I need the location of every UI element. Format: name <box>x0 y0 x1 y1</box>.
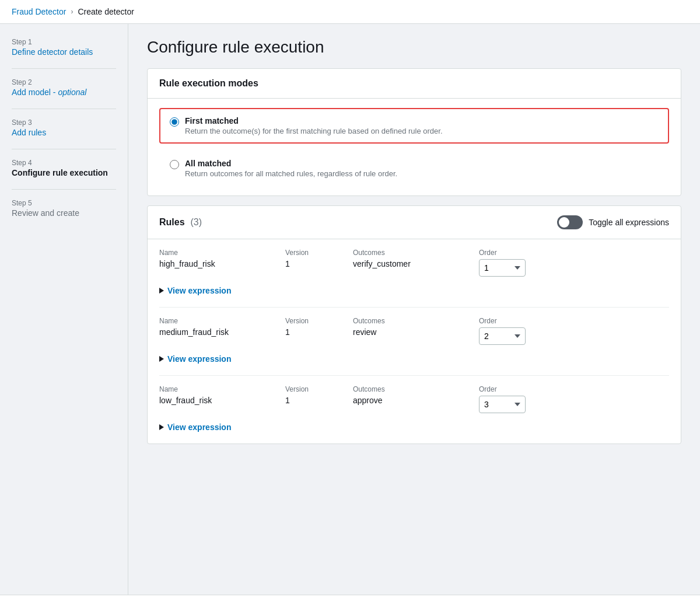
rule-cols-1: Name high_fraud_risk Version 1 Outcomes … <box>159 249 669 277</box>
rule1-outcomes-col: Outcomes verify_customer <box>353 249 470 277</box>
view-expression-label-3: View expression <box>167 423 231 432</box>
rule1-order-select[interactable]: 1 2 3 <box>479 259 669 277</box>
radio-option-all-matched[interactable]: All matched Return outcomes for all matc… <box>159 151 669 186</box>
step5-label: Step 5 <box>12 199 116 207</box>
first-matched-content: First matched Return the outcome(s) for … <box>185 116 443 135</box>
step2-link[interactable]: Add model - optional <box>12 88 86 97</box>
rule2-version-header: Version <box>285 317 344 325</box>
execution-modes-card: Rule execution modes First matched Retur… <box>147 68 681 196</box>
step-divider-1 <box>12 68 116 69</box>
toggle-slider <box>557 215 583 229</box>
view-expression-1[interactable]: View expression <box>159 284 669 298</box>
toggle-container[interactable]: Toggle all expressions <box>557 215 669 229</box>
step-divider-3 <box>12 149 116 149</box>
rule1-name-header: Name <box>159 249 276 257</box>
rule1-version-header: Version <box>285 249 344 257</box>
rule1-order-dropdown[interactable]: 1 2 3 <box>479 259 526 277</box>
rule1-order-header: Order <box>479 249 669 257</box>
rule3-order-dropdown[interactable]: 1 2 3 <box>479 396 526 413</box>
rule-row-3: Name low_fraud_risk Version 1 Outcomes a… <box>148 376 681 444</box>
step2-label: Step 2 <box>12 78 116 86</box>
step5-text: Review and create <box>12 208 116 218</box>
rule3-version-value: 1 <box>285 396 344 405</box>
page-layout: Step 1 Define detector details Step 2 Ad… <box>0 24 700 595</box>
rule2-version-col: Version 1 <box>285 317 344 345</box>
rule2-version-value: 1 <box>285 327 344 337</box>
rule2-outcomes-value: review <box>353 327 470 337</box>
sidebar: Step 1 Define detector details Step 2 Ad… <box>0 24 128 595</box>
rule2-order-header: Order <box>479 317 669 325</box>
rule3-order-select[interactable]: 1 2 3 <box>479 396 669 413</box>
triangle-icon-1 <box>159 288 164 294</box>
rule2-order-select[interactable]: 1 2 3 <box>479 327 669 345</box>
rule2-outcomes-col: Outcomes review <box>353 317 470 345</box>
rules-title-container: Rules (3) <box>159 217 202 228</box>
step-divider-4 <box>12 189 116 190</box>
rule2-outcomes-header: Outcomes <box>353 317 470 325</box>
breadcrumb-current: Create detector <box>78 7 134 16</box>
rule-cols-3: Name low_fraud_risk Version 1 Outcomes a… <box>159 385 669 413</box>
step1-label: Step 1 <box>12 38 116 46</box>
view-expression-3[interactable]: View expression <box>159 420 669 434</box>
step-divider-2 <box>12 109 116 109</box>
rule3-outcomes-header: Outcomes <box>353 385 470 393</box>
all-matched-desc: Return outcomes for all matched rules, r… <box>185 169 397 178</box>
rule2-order-dropdown[interactable]: 1 2 3 <box>479 327 526 345</box>
view-expression-2[interactable]: View expression <box>159 352 669 366</box>
breadcrumb-bar: Fraud Detector › Create detector <box>0 0 700 24</box>
rule1-name-col: Name high_fraud_risk <box>159 249 276 277</box>
first-matched-label: First matched <box>185 116 443 125</box>
step1-link[interactable]: Define detector details <box>12 47 93 57</box>
step4-label: Step 4 <box>12 159 116 167</box>
sidebar-item-step1: Step 1 Define detector details <box>12 38 116 57</box>
main-content: Configure rule execution Rule execution … <box>128 24 700 595</box>
radio-first-matched[interactable] <box>170 117 179 127</box>
radio-option-first-matched[interactable]: First matched Return the outcome(s) for … <box>159 108 669 144</box>
rule3-order-header: Order <box>479 385 669 393</box>
triangle-icon-2 <box>159 356 164 362</box>
rule3-outcomes-col: Outcomes approve <box>353 385 470 413</box>
rule2-name-col: Name medium_fraud_risk <box>159 317 276 345</box>
view-expression-label-1: View expression <box>167 286 231 295</box>
rule1-name-value: high_fraud_risk <box>159 259 276 268</box>
rule-row-2: Name medium_fraud_risk Version 1 Outcome… <box>148 308 681 375</box>
sidebar-item-step5: Step 5 Review and create <box>12 199 116 218</box>
sidebar-item-step2: Step 2 Add model - optional <box>12 78 116 97</box>
all-matched-content: All matched Return outcomes for all matc… <box>185 159 397 178</box>
step3-link[interactable]: Add rules <box>12 128 46 137</box>
rule1-version-col: Version 1 <box>285 249 344 277</box>
rules-title: Rules <box>159 217 185 227</box>
rules-card-header: Rules (3) Toggle all expressions <box>148 206 681 239</box>
triangle-icon-3 <box>159 424 164 430</box>
rule1-order-col: Order 1 2 3 <box>479 249 669 277</box>
rule3-version-header: Version <box>285 385 344 393</box>
rule1-version-value: 1 <box>285 259 344 268</box>
execution-modes-body: First matched Return the outcome(s) for … <box>148 99 681 195</box>
breadcrumb-parent-link[interactable]: Fraud Detector <box>12 7 66 16</box>
sidebar-item-step4: Step 4 Configure rule execution <box>12 159 116 177</box>
view-expression-label-2: View expression <box>167 354 231 364</box>
sidebar-item-step3: Step 3 Add rules <box>12 118 116 137</box>
rule3-name-header: Name <box>159 385 276 393</box>
rule3-outcomes-value: approve <box>353 396 470 405</box>
radio-all-matched[interactable] <box>170 160 179 169</box>
all-matched-label: All matched <box>185 159 397 168</box>
rule-row-1: Name high_fraud_risk Version 1 Outcomes … <box>148 239 681 307</box>
page-title: Configure rule execution <box>147 38 681 57</box>
footer-bar: Cancel Previous Next <box>0 595 700 597</box>
rule2-name-header: Name <box>159 317 276 325</box>
rule2-name-value: medium_fraud_risk <box>159 327 276 337</box>
rule3-name-value: low_fraud_risk <box>159 396 276 405</box>
rule-cols-2: Name medium_fraud_risk Version 1 Outcome… <box>159 317 669 345</box>
rules-count: (3) <box>190 217 202 227</box>
rule2-order-col: Order 1 2 3 <box>479 317 669 345</box>
toggle-label: Toggle all expressions <box>589 218 669 227</box>
execution-modes-header: Rule execution modes <box>148 69 681 99</box>
step3-label: Step 3 <box>12 118 116 127</box>
rules-card: Rules (3) Toggle all expressions Name h <box>147 205 681 444</box>
step4-text: Configure rule execution <box>12 168 116 177</box>
rule3-order-col: Order 1 2 3 <box>479 385 669 413</box>
rule1-outcomes-value: verify_customer <box>353 259 470 268</box>
first-matched-desc: Return the outcome(s) for the first matc… <box>185 127 443 135</box>
toggle-all-expressions[interactable] <box>557 215 583 229</box>
